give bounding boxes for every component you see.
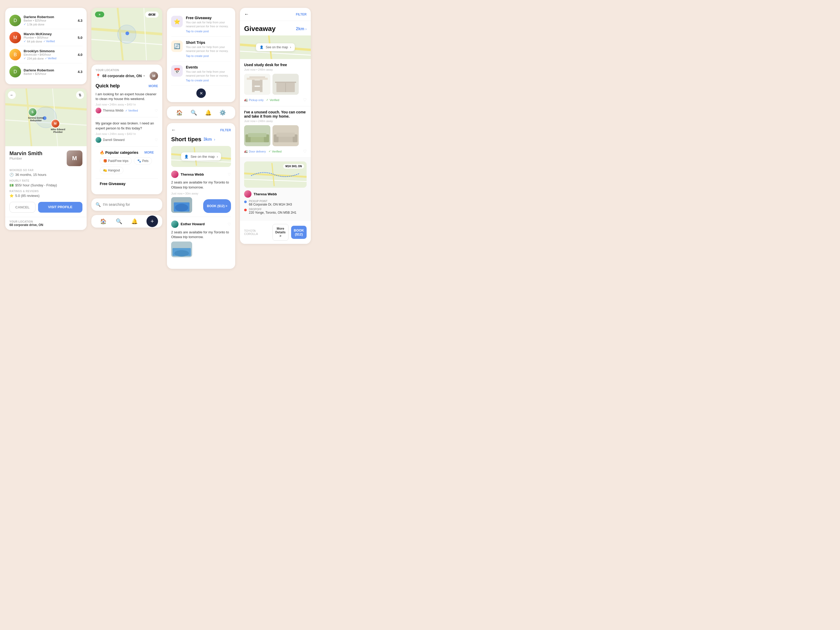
cancel-button[interactable]: CANCEL (9, 202, 35, 213)
column-2: » 4KM YOUR LOCATION 📍 68 corporate drive… (92, 8, 162, 227)
pickup-tag-2: 🚛 Door delivery (244, 150, 266, 153)
listing-heart-1[interactable]: ♡ (303, 97, 306, 103)
desk-img-1 (244, 74, 270, 95)
cat-action-trips[interactable]: Tap to create post (186, 54, 231, 57)
map-worker-card: ← ⇅ S Serena GomejBabysitter M Mike Edwa… (5, 88, 87, 230)
map-avatar-serena[interactable]: S Serena GomejBabysitter (28, 107, 44, 122)
wd-role: Plumber (9, 156, 43, 160)
col2-map-card: » 4KM (92, 8, 162, 60)
worker-jobs-2: ✓ 64 job done ✓ Verified (24, 39, 78, 43)
trips-map: 👤 See on the map › (171, 146, 231, 167)
heart-button-1[interactable]: ♡ (155, 108, 158, 113)
trips-back-button[interactable]: ← (171, 127, 176, 133)
wd-worked-label: WOKRED SO FAR (9, 169, 82, 172)
worker-map: ← ⇅ S Serena GomejBabysitter M Mike Edwa… (5, 88, 87, 146)
map-center-pin (125, 32, 129, 35)
book-button[interactable]: BOOK ($12) (291, 226, 306, 239)
see-on-map-button-trips[interactable]: 👤 See on the map › (181, 153, 221, 161)
worker-item[interactable]: M Marvin McKinney Plumber • $65/hour ✓ 6… (9, 29, 82, 46)
worker-item[interactable]: D Darlene Robertson Barber • $25/hour ✓ … (9, 12, 82, 29)
nav-add-button[interactable]: + (147, 216, 158, 227)
trip-heart-1[interactable]: ♡ (227, 172, 231, 177)
giveaway-dist-arrow[interactable]: › (305, 27, 306, 31)
quick-help-card: YOUR LOCATION 📍 68 corporate drive, ON ▾… (92, 65, 162, 194)
worker-name-4: Darlene Robertson (24, 68, 78, 72)
col2-map-button[interactable]: » (95, 11, 104, 17)
map-avatar-mike[interactable]: M Mike EdwardPlumber (51, 119, 65, 133)
nav-sm-settings[interactable]: ⚙️ (219, 109, 226, 116)
more-details-button[interactable]: More Details > (273, 224, 289, 241)
nav-bell[interactable]: 🔔 (131, 218, 138, 224)
dropoff-dot (244, 209, 247, 211)
pickup-label: PICKUP POINT (249, 200, 292, 203)
quick-help-more[interactable]: MORE (148, 84, 158, 88)
worker-avatar-4: D (9, 66, 21, 77)
giveaway-person-avatar (244, 190, 251, 198)
cat-action-giveaway[interactable]: Tap to create post (186, 30, 231, 33)
pickup-addr: 68 Corporate Dr, ON M1H 3H3 (249, 203, 292, 206)
worker-jobs-1: ✓ 1.5k job done (24, 22, 78, 26)
dropoff-addr: 220 Yonge, Toronto, ON M5B 2H1 (249, 211, 296, 215)
pickup-dot (244, 201, 247, 203)
location-value: 68 corporate drive, ON (9, 223, 43, 227)
worker-role-4: Barber • $25/hour (24, 72, 78, 75)
popular-tags: 🎁 Paid/Free trips 🐾 Pets 🍋 Hangout (100, 157, 154, 174)
cat-action-events[interactable]: Tap to create post (186, 79, 231, 82)
listing-tags-1: 🚛 Pickup only ✓ Verified ♡ (244, 97, 306, 103)
giveaway-route: PICKUP POINT 68 Corporate Dr, ON M1H 3H3… (244, 200, 306, 215)
search-input[interactable] (103, 202, 158, 207)
help-text-1: I am looking for an expert house cleaner… (96, 92, 158, 101)
listing-images-2 (244, 125, 306, 146)
tag-pets[interactable]: 🐾 Pets (134, 157, 152, 164)
nav-sm-bell[interactable]: 🔔 (205, 109, 212, 116)
help-meta-2: Just now • 248m away • $40/ hr (96, 132, 158, 136)
heart-button-2[interactable]: ♡ (155, 138, 158, 142)
nav-home-dot (103, 221, 104, 222)
categories-card: ⭐ Free Giveaway You can ask for help fro… (167, 8, 235, 102)
nav-home[interactable]: 🏠 (100, 218, 107, 224)
nav-search[interactable]: 🔍 (116, 218, 122, 224)
trip-book-button-1[interactable]: BOOK ($12) > (203, 199, 231, 213)
worker-item[interactable]: B Brooklyn Simmons Electrician • $40/hou… (9, 46, 82, 63)
trips-filter-button[interactable]: FILTER (220, 128, 231, 132)
giveaway-distance: 2km (296, 27, 304, 31)
trips-title: Short tipes (171, 136, 201, 143)
trips-dist-arrow[interactable]: › (214, 137, 215, 142)
trip-heart-2[interactable]: ♡ (227, 222, 231, 226)
nav-sm-search[interactable]: 🔍 (191, 109, 197, 116)
svg-rect-31 (252, 81, 262, 85)
help-item-2: My garage door was broken. I need an exp… (96, 121, 158, 147)
help-item-1: I am looking for an expert house cleaner… (96, 92, 158, 117)
quick-help-title: Quick help (96, 83, 120, 89)
worker-info-1: Darlene Robertson Barber • $25/hour ✓ 1.… (24, 15, 78, 26)
pickup-tag-1: 🚛 Pickup only (244, 98, 264, 102)
listing-heart-2[interactable]: ♡ (303, 149, 306, 154)
close-button[interactable]: ✕ (196, 88, 206, 98)
tag-trips[interactable]: 🎁 Paid/Free trips (100, 157, 132, 164)
trip-img-1a (171, 197, 192, 213)
map-back-button[interactable]: ← (8, 91, 16, 99)
verified-tag-2: ✓ Verified (268, 150, 282, 153)
svg-rect-46 (276, 133, 295, 137)
worker-avatar-2: M (9, 32, 21, 43)
map-arrow-icon: » (99, 13, 101, 16)
worker-item[interactable]: D Darlene Robertson Barber • $25/hour 4.… (9, 63, 82, 80)
see-on-map-button-giveaway[interactable]: 👤 See on the map › (256, 43, 295, 51)
cat-info-trips: Short Trips You can ask for help from yo… (186, 40, 231, 57)
tag-hangout[interactable]: 🍋 Hangout (100, 167, 123, 174)
giveaway-filter-button[interactable]: FILTER (296, 13, 306, 16)
svg-rect-41 (248, 133, 267, 137)
listing-title-2: I've a unused couch. You can come and ta… (244, 110, 306, 118)
column-3: ⭐ Free Giveaway You can ask for help fro… (167, 8, 235, 269)
svg-rect-27 (249, 76, 265, 78)
wd-rating-label: RATINGS & REVIEWS (9, 190, 82, 193)
giveaway-listing-2: I've a unused couch. You can come and ta… (240, 106, 311, 158)
dropdown-icon: ▾ (143, 74, 145, 78)
giveaway-back-button[interactable]: ← (244, 11, 249, 17)
map-sort-button[interactable]: ⇅ (76, 91, 84, 99)
wd-name: Marvin Smith (9, 150, 43, 156)
visit-profile-button[interactable]: VISIT PROFILE (38, 202, 82, 213)
cat-icon-events: 📅 (171, 65, 183, 77)
nav-sm-home[interactable]: 🏠 (176, 109, 183, 116)
popular-more[interactable]: MORE (144, 151, 154, 154)
